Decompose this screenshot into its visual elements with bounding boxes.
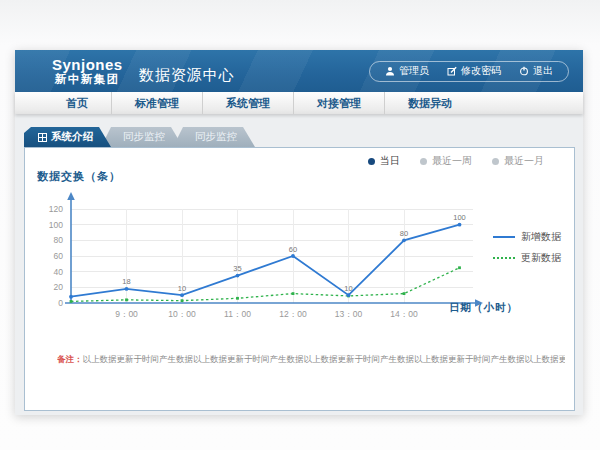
filter-last-month[interactable]: 最近一月 [492,154,544,168]
radio-unselected-icon [492,158,499,165]
legend-item-new-data: 新增数据 [493,230,561,244]
y-axis-title: 数据交换（条） [37,169,121,184]
svg-text:11：00: 11：00 [224,309,251,319]
legend-label: 更新数据 [521,251,561,265]
logo: Synjones 新中新集团 [52,57,123,85]
nav-item-standard-mgmt[interactable]: 标准管理 [111,92,202,114]
footnote: 备注：以上数据更新于时间产生数据以上数据更新于时间产生数据以上数据更新于时间产生… [57,354,565,366]
app-header: Synjones 新中新集团 数据资源中心 管理员 修改密 [15,50,583,92]
filter-label: 当日 [380,154,400,168]
page-title: 数据资源中心 [139,66,235,85]
svg-text:60: 60 [54,251,64,261]
tab-label: 同步监控 [195,130,237,144]
change-password-label: 修改密码 [461,64,501,78]
svg-text:40: 40 [54,267,64,277]
svg-text:35: 35 [233,264,241,273]
svg-text:18: 18 [122,277,130,286]
filter-label: 最近一周 [432,154,472,168]
tab-label: 系统介绍 [51,130,93,144]
page: Synjones 新中新集团 数据资源中心 管理员 修改密 [0,0,600,450]
svg-text:13：00: 13：00 [335,309,363,319]
svg-text:60: 60 [289,245,297,254]
chart-panel: 当日 最近一周 最近一月 数据交换（条） 0204060801001209：00… [24,147,575,411]
tab-bar: 系统介绍 同步监控 同步监控 [24,127,255,147]
dotted-line-icon [493,257,515,259]
footnote-text: 以上数据更新于时间产生数据以上数据更新于时间产生数据以上数据更新于时间产生数据以… [83,354,566,364]
svg-text:0: 0 [58,298,63,308]
x-axis-title: 日期（小时） [449,301,518,315]
radio-selected-icon [368,158,375,165]
svg-text:9：00: 9：00 [115,309,138,319]
filter-today[interactable]: 当日 [368,154,400,168]
content-area: 系统介绍 同步监控 同步监控 当日 最近一周 [15,114,583,415]
user-label: 管理员 [399,64,429,78]
svg-text:10: 10 [344,284,352,293]
user-toolbar: 管理员 修改密码 退出 [369,61,569,82]
tab-sync-monitor-1[interactable]: 同步监控 [101,127,183,147]
svg-text:100: 100 [453,213,466,222]
svg-text:120: 120 [49,204,63,214]
legend-item-updated-data: 更新数据 [493,251,561,265]
nav-item-data-change[interactable]: 数据异动 [384,92,475,114]
grid-icon [38,133,47,142]
solid-line-icon [493,236,515,238]
main-nav: 首页 标准管理 系统管理 对接管理 数据异动 [15,92,583,114]
user-icon [385,66,395,76]
svg-text:20: 20 [54,282,64,292]
footnote-label: 备注： [57,354,83,364]
svg-text:12：00: 12：00 [279,309,307,319]
edit-icon [447,66,457,76]
change-password-button[interactable]: 修改密码 [438,64,510,78]
nav-item-interface-mgmt[interactable]: 对接管理 [293,92,384,114]
current-user-button[interactable]: 管理员 [376,64,438,78]
svg-text:14：00: 14：00 [390,309,418,319]
nav-item-home[interactable]: 首页 [43,92,111,114]
logo-brand: Synjones [52,57,123,73]
legend-label: 新增数据 [521,230,561,244]
svg-text:80: 80 [54,235,64,245]
filter-last-week[interactable]: 最近一周 [420,154,472,168]
tab-label: 同步监控 [123,130,165,144]
svg-text:100: 100 [49,220,63,230]
svg-text:10: 10 [178,284,186,293]
chart-legend: 新增数据 更新数据 [493,230,561,265]
radio-unselected-icon [420,158,427,165]
tab-sync-monitor-2[interactable]: 同步监控 [173,127,255,147]
filter-label: 最近一月 [504,154,544,168]
app-window: Synjones 新中新集团 数据资源中心 管理员 修改密 [15,50,583,415]
logout-label: 退出 [533,64,553,78]
svg-text:10：00: 10：00 [168,309,196,319]
nav-item-system-mgmt[interactable]: 系统管理 [202,92,293,114]
logo-company: 新中新集团 [52,73,123,85]
logout-button[interactable]: 退出 [510,64,562,78]
svg-text:80: 80 [400,229,408,238]
tab-system-intro[interactable]: 系统介绍 [24,127,111,147]
power-icon [519,66,529,76]
time-range-filter: 当日 最近一周 最近一月 [368,154,544,168]
